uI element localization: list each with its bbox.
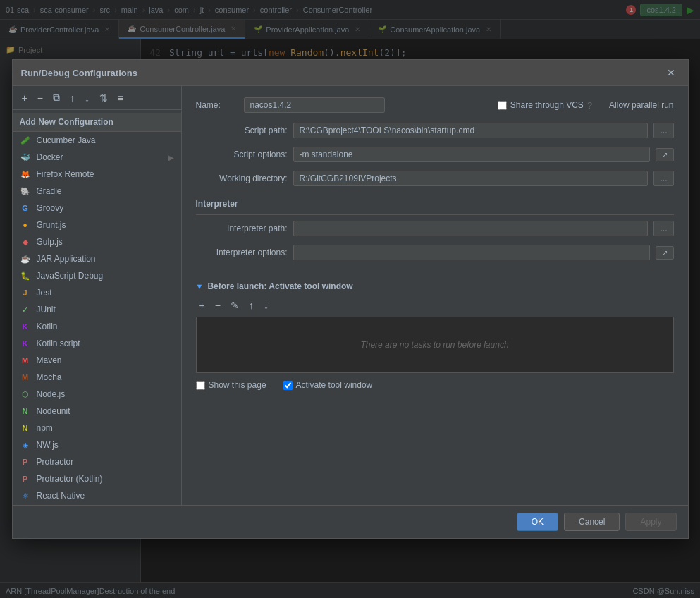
config-down-button[interactable]: ↓ bbox=[81, 91, 93, 105]
menu-item-junit[interactable]: ✓ JUnit bbox=[13, 301, 181, 318]
nwjs-icon: ◈ bbox=[20, 439, 31, 451]
add-config-button[interactable]: + bbox=[18, 91, 31, 105]
nodeunit-icon: N bbox=[20, 405, 31, 417]
react-native-icon: ⚛ bbox=[20, 490, 31, 501]
apply-button[interactable]: Apply bbox=[625, 513, 676, 531]
before-launch-empty-text: There are no tasks to run before launch bbox=[360, 340, 508, 350]
kotlin-icon: K bbox=[20, 321, 31, 332]
interpreter-options-input[interactable] bbox=[293, 245, 650, 260]
menu-item-kotlin-script[interactable]: K Kotlin script bbox=[13, 335, 181, 352]
menu-item-npm[interactable]: N npm bbox=[13, 420, 181, 437]
jsdebug-icon: 🐛 bbox=[20, 270, 31, 281]
script-options-label: Script options: bbox=[196, 150, 288, 159]
menu-item-nodeunit[interactable]: N Nodeunit bbox=[13, 403, 181, 420]
before-launch-toggle[interactable]: ▼ bbox=[196, 282, 204, 291]
name-row: Name: Share through VCS ? Allow parallel… bbox=[196, 97, 674, 113]
before-launch-header: ▼ Before launch: Activate tool window bbox=[196, 281, 674, 291]
before-launch-add-button[interactable]: + bbox=[196, 298, 209, 312]
ok-button[interactable]: OK bbox=[517, 513, 558, 531]
firefox-icon: 🦊 bbox=[20, 169, 31, 180]
menu-item-maven[interactable]: M Maven bbox=[13, 352, 181, 369]
share-vcs-checkbox[interactable] bbox=[498, 101, 507, 110]
menu-item-kotlin[interactable]: K Kotlin bbox=[13, 318, 181, 335]
menu-item-groovy[interactable]: G Groovy bbox=[13, 200, 181, 216]
share-vcs-help-icon[interactable]: ? bbox=[587, 100, 592, 111]
menu-item-gruntjs[interactable]: ● Grunt.js bbox=[13, 216, 181, 233]
activate-tool-window-label: Activate tool window bbox=[283, 380, 373, 390]
dialog-close-button[interactable]: ✕ bbox=[663, 66, 680, 80]
menu-item-firefox[interactable]: 🦊 Firefox Remote bbox=[13, 166, 181, 183]
nodejs-icon: ⬡ bbox=[20, 389, 31, 400]
script-path-label: Script path: bbox=[196, 126, 288, 135]
interpreter-options-row: Interpreter options: ↗ bbox=[196, 245, 674, 260]
config-sort-button[interactable]: ⇅ bbox=[96, 91, 111, 105]
working-dir-input[interactable] bbox=[293, 171, 649, 186]
docker-icon: 🐳 bbox=[20, 152, 31, 163]
working-dir-label: Working directory: bbox=[196, 173, 288, 183]
before-launch-remove-button[interactable]: − bbox=[211, 298, 224, 312]
menu-item-react-native[interactable]: ⚛ React Native bbox=[13, 487, 181, 504]
share-vcs-label: Share through VCS bbox=[510, 100, 584, 110]
share-vcs-checkbox-container: Share through VCS ? bbox=[498, 100, 592, 111]
before-launch-down-button[interactable]: ↓ bbox=[260, 298, 272, 312]
npm-icon: N bbox=[20, 422, 31, 434]
activate-tool-window-checkbox[interactable] bbox=[283, 381, 293, 390]
script-options-input[interactable] bbox=[293, 147, 650, 162]
gulp-icon: ◆ bbox=[20, 236, 31, 248]
script-path-input[interactable] bbox=[293, 123, 649, 138]
dialog-titlebar: Run/Debug Configurations ✕ bbox=[13, 60, 688, 86]
menu-item-mocha[interactable]: M Mocha bbox=[13, 369, 181, 386]
config-list: + − ⧉ ↑ ↓ ⇅ ≡ Add New Configuration bbox=[13, 86, 182, 505]
menu-item-gradle[interactable]: 🐘 Gradle bbox=[13, 183, 181, 200]
script-path-browse-button[interactable]: ... bbox=[653, 123, 673, 138]
menu-item-protractor[interactable]: P Protractor bbox=[13, 453, 181, 470]
script-options-expand-button[interactable]: ↗ bbox=[656, 148, 674, 161]
dialog-body: + − ⧉ ↑ ↓ ⇅ ≡ Add New Configuration bbox=[13, 86, 688, 505]
show-this-page-label: Show this page bbox=[196, 380, 266, 390]
config-up-button[interactable]: ↑ bbox=[66, 91, 78, 105]
cucumber-icon: 🥒 bbox=[20, 135, 31, 146]
menu-item-protractor-kotlin[interactable]: P Protractor (Kotlin) bbox=[13, 470, 181, 487]
working-dir-browse-button[interactable]: ... bbox=[653, 171, 673, 186]
interpreter-path-row: Interpreter path: ... bbox=[196, 221, 674, 236]
copy-config-button[interactable]: ⧉ bbox=[49, 90, 63, 105]
before-launch-up-button[interactable]: ↑ bbox=[245, 298, 257, 312]
dialog-title: Run/Debug Configurations bbox=[21, 68, 137, 78]
interpreter-options-label: Interpreter options: bbox=[196, 248, 288, 257]
remove-config-button[interactable]: − bbox=[34, 91, 47, 105]
junit-icon: ✓ bbox=[20, 304, 31, 315]
menu-item-jsdebug[interactable]: 🐛 JavaScript Debug bbox=[13, 267, 181, 284]
before-launch-title: Before launch: Activate tool window bbox=[207, 281, 352, 291]
allow-parallel-checkbox-container: Allow parallel run bbox=[609, 100, 673, 110]
menu-item-nodejs[interactable]: ⬡ Node.js bbox=[13, 386, 181, 403]
new-config-menu-header: Add New Configuration bbox=[13, 113, 181, 132]
dialog-footer: OK Cancel Apply bbox=[13, 505, 688, 538]
gradle-icon: 🐘 bbox=[20, 185, 31, 197]
menu-item-remote[interactable]: 🖥 Remote 3 bbox=[13, 504, 181, 505]
before-launch-area: There are no tasks to run before launch bbox=[196, 317, 674, 373]
working-dir-row: Working directory: ... bbox=[196, 171, 674, 186]
menu-item-nwjs[interactable]: ◈ NW.js bbox=[13, 437, 181, 453]
cancel-button[interactable]: Cancel bbox=[564, 513, 620, 531]
interpreter-section-title: Interpreter bbox=[196, 195, 674, 215]
menu-item-jar[interactable]: ☕ JAR Application bbox=[13, 250, 181, 267]
menu-item-gulpjs[interactable]: ◆ Gulp.js bbox=[13, 233, 181, 250]
interpreter-path-browse-button[interactable]: ... bbox=[653, 221, 673, 236]
grunt-icon: ● bbox=[20, 219, 31, 231]
interpreter-options-expand-button[interactable]: ↗ bbox=[656, 246, 674, 260]
config-filter-button[interactable]: ≡ bbox=[114, 91, 127, 105]
show-this-page-checkbox[interactable] bbox=[196, 381, 205, 390]
menu-item-docker[interactable]: 🐳 Docker ▶ bbox=[13, 149, 181, 166]
bottom-checkbox-row: Show this page Activate tool window bbox=[196, 380, 674, 390]
dialog-overlay: Run/Debug Configurations ✕ + − ⧉ ↑ ↓ ⇅ ≡ bbox=[0, 0, 700, 598]
before-launch-edit-button[interactable]: ✎ bbox=[227, 298, 242, 312]
config-list-items: Add New Configuration 🥒 Cucumber Java 🐳 … bbox=[13, 110, 181, 505]
protractor-icon: P bbox=[20, 456, 31, 468]
name-input[interactable] bbox=[244, 97, 385, 113]
menu-item-cucumber[interactable]: 🥒 Cucumber Java bbox=[13, 132, 181, 149]
protractor-kotlin-icon: P bbox=[20, 473, 31, 484]
interpreter-path-input[interactable] bbox=[293, 221, 649, 236]
groovy-icon: G bbox=[20, 202, 31, 214]
name-label: Name: bbox=[196, 100, 238, 110]
menu-item-jest[interactable]: J Jest bbox=[13, 284, 181, 301]
